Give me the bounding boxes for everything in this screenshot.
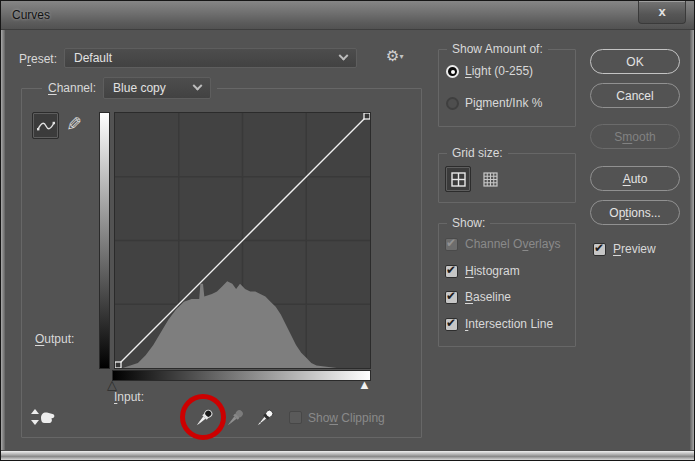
output-gradient-bar [99,112,110,369]
preset-dropdown[interactable]: Default [64,48,357,68]
window-edge-right [690,30,694,450]
quarter-grid-button[interactable] [445,166,471,192]
targeted-adjustment-icon[interactable] [30,407,56,429]
curve-plot-area[interactable] [114,112,371,369]
intersection-line-checkbox[interactable]: ✔ [445,318,458,331]
pigment-ink-radio[interactable] [446,97,459,110]
curve-point-highlight-handle [364,113,370,119]
smooth-button: Smooth [590,124,680,149]
fine-grid-button[interactable] [477,166,503,192]
histogram-shape [123,281,337,368]
show-legend: Show: [447,216,490,230]
auto-button[interactable]: Auto [590,166,680,191]
window-title: Curves [12,8,50,22]
show-clipping-checkbox[interactable] [289,411,302,424]
chevron-down-icon [193,80,203,90]
preset-label: Preset: [19,52,57,66]
curve-point-shadow-handle [115,362,121,368]
channel-overlays-label: Channel Overlays [465,237,560,251]
window-edge-bottom [1,450,694,460]
quarter-grid-icon [451,172,466,187]
fine-grid-icon [483,172,498,187]
show-group-box: Show: ✔ Channel Overlays ✔ Histogram ✔ B… [438,223,576,347]
ok-button[interactable]: OK [590,49,680,74]
gray-point-eyedropper-icon[interactable] [224,407,246,429]
dialog-body: Preset: Default ⚙▾ Channel: Blue copy [5,30,690,450]
chevron-down-icon [339,50,349,60]
black-point-eyedropper-icon[interactable] [193,407,215,429]
output-label: Output: [35,332,74,346]
pencil-tool-icon[interactable]: ✎ [66,113,82,136]
curves-dialog: Curves x Preset: Default ⚙▾ Channel: Blu… [0,0,695,461]
input-gradient-bar [112,370,371,381]
preview-label[interactable]: Preview [613,242,656,256]
channel-label: Channel: [48,81,96,95]
options-button[interactable]: Options... [590,200,680,225]
histogram-label[interactable]: Histogram [465,264,520,278]
curve-icon [36,119,56,133]
cancel-button[interactable]: Cancel [590,83,680,108]
channel-row: Channel: Blue copy [42,77,217,99]
show-clipping-label: Show Clipping [308,411,385,425]
input-label: Input: [114,390,144,404]
white-point-eyedropper-icon[interactable] [254,407,276,429]
histogram-checkbox[interactable]: ✔ [445,265,458,278]
preset-gear-menu-icon[interactable]: ⚙▾ [386,47,403,65]
close-button[interactable]: x [638,1,686,24]
curve-point-tool-button[interactable] [32,112,59,139]
grid-size-group-box: Grid size: [438,153,576,203]
intersection-line-label[interactable]: Intersection Line [465,317,553,331]
light-radio-label[interactable]: Light (0-255) [465,64,533,78]
channel-value: Blue copy [113,81,166,95]
show-amount-group-box: Show Amount of: Light (0-255) Pigment/In… [438,49,576,127]
curve-group-box: Channel: Blue copy ✎ [21,88,422,438]
pigment-ink-radio-label[interactable]: Pigment/Ink % [465,96,542,110]
grid-size-legend: Grid size: [447,146,508,160]
show-amount-legend: Show Amount of: [447,42,548,56]
baseline-checkbox[interactable]: ✔ [445,291,458,304]
preset-value: Default [74,51,112,65]
channel-overlays-checkbox: ✔ [445,238,458,251]
channel-dropdown[interactable]: Blue copy [103,77,211,99]
highlight-input-slider[interactable]: ▲ [358,378,371,391]
light-radio[interactable] [446,65,459,78]
title-bar[interactable]: Curves x [1,1,694,30]
preview-checkbox[interactable]: ✔ [593,243,606,256]
baseline-label[interactable]: Baseline [465,290,511,304]
